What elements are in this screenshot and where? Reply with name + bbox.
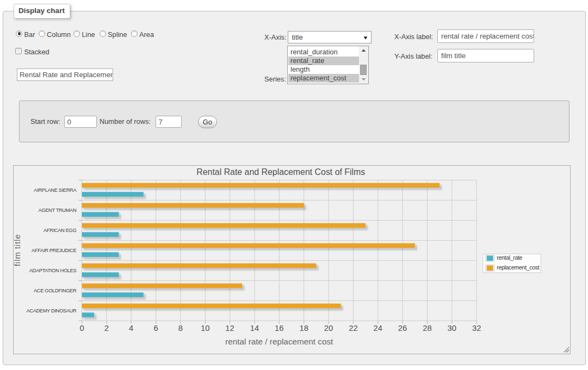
- svg-text:8: 8: [178, 324, 183, 333]
- svg-text:AIRPLANE SIERRA: AIRPLANE SIERRA: [34, 188, 77, 193]
- svg-text:film title: film title: [14, 234, 22, 267]
- svg-text:rental_rate: rental_rate: [497, 254, 522, 261]
- svg-text:rental rate / replacement cost: rental rate / replacement cost: [225, 337, 333, 346]
- svg-text:0: 0: [80, 324, 84, 333]
- svg-text:16: 16: [275, 324, 283, 333]
- svg-text:ADAPTATION HOLES: ADAPTATION HOLES: [29, 268, 77, 274]
- svg-text:18: 18: [300, 324, 308, 333]
- svg-text:AFRICAN EGG: AFRICAN EGG: [44, 228, 76, 234]
- svg-text:AFFAIR PREJUDICE: AFFAIR PREJUDICE: [32, 248, 76, 254]
- svg-text:28: 28: [423, 324, 431, 333]
- svg-text:Rental Rate and Replacement Co: Rental Rate and Replacement Cost of Film…: [196, 167, 365, 177]
- svg-text:30: 30: [448, 324, 456, 333]
- svg-text:22: 22: [349, 324, 357, 333]
- svg-text:26: 26: [398, 324, 407, 333]
- svg-text:14: 14: [250, 324, 259, 333]
- svg-text:ACADEMY DINOSAUR: ACADEMY DINOSAUR: [27, 309, 77, 314]
- svg-text:AGENT TRUMAN: AGENT TRUMAN: [39, 208, 77, 214]
- svg-text:6: 6: [154, 324, 158, 333]
- svg-text:24: 24: [374, 324, 382, 333]
- svg-text:32: 32: [472, 324, 481, 333]
- svg-text:2: 2: [104, 324, 109, 333]
- svg-text:4: 4: [129, 324, 133, 333]
- svg-text:10: 10: [201, 324, 209, 333]
- svg-text:replacement_cost: replacement_cost: [497, 264, 539, 271]
- svg-text:12: 12: [226, 324, 234, 333]
- svg-text:ACE GOLDFINGER: ACE GOLDFINGER: [34, 289, 77, 294]
- svg-text:20: 20: [324, 324, 333, 333]
